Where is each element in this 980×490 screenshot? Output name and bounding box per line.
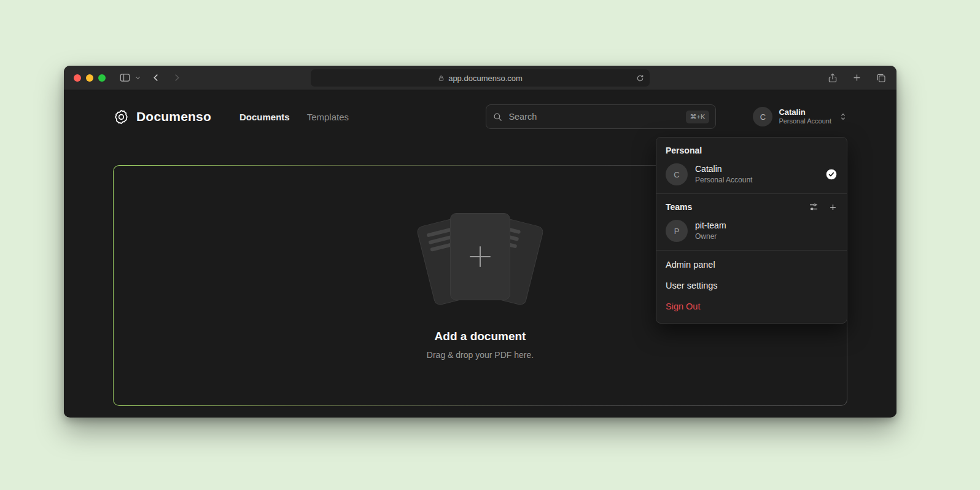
personal-account-item[interactable]: C Catalin Personal Account [656, 158, 847, 193]
toolbar-left-group [119, 72, 182, 84]
team-item[interactable]: P pit-team Owner [656, 215, 847, 250]
search-box[interactable]: ⌘+K [486, 104, 716, 129]
personal-account-subtitle: Personal Account [695, 175, 752, 185]
browser-window: app.documenso.com [64, 66, 896, 418]
tabs-icon [876, 72, 887, 84]
address-bar[interactable]: app.documenso.com [311, 69, 650, 87]
documents-illustration [415, 212, 545, 305]
sidebar-icon [119, 72, 131, 84]
account-subtitle: Personal Account [779, 117, 831, 126]
avatar: P [666, 220, 688, 242]
menu-item-admin-panel[interactable]: Admin panel [656, 254, 847, 275]
teams-actions [809, 202, 838, 212]
selected-check-icon [825, 168, 838, 181]
window-controls [74, 74, 106, 82]
dropzone-title: Add a document [435, 330, 526, 343]
browser-titlebar: app.documenso.com [64, 66, 896, 90]
forward-button[interactable] [171, 72, 182, 83]
plus-icon [828, 203, 838, 212]
search-icon [492, 112, 503, 122]
new-tab-button[interactable] [852, 72, 862, 83]
nav-item-templates[interactable]: Templates [307, 112, 349, 122]
create-team-button[interactable] [828, 203, 838, 212]
team-role: Owner [695, 231, 726, 241]
lock-icon [438, 75, 445, 82]
dropzone-subtitle: Drag & drop your PDF here. [427, 350, 534, 360]
chevron-left-icon [151, 72, 161, 83]
manage-teams-button[interactable] [809, 202, 819, 212]
close-window-button[interactable] [74, 74, 81, 82]
back-button[interactable] [151, 72, 161, 83]
plus-icon [852, 72, 862, 83]
personal-section-label: Personal [656, 138, 847, 158]
account-name: Catalin [779, 107, 831, 117]
documenso-logo-icon [113, 109, 130, 125]
toolbar-right-group [827, 72, 887, 84]
sliders-icon [809, 202, 819, 212]
account-dropdown-menu: Personal C Catalin Personal Account Team… [656, 137, 847, 324]
personal-account-name: Catalin [695, 163, 752, 175]
menu-links: Admin panel User settings Sign Out [656, 251, 847, 322]
reload-icon[interactable] [636, 74, 644, 82]
share-button[interactable] [827, 72, 838, 84]
menu-item-sign-out[interactable]: Sign Out [656, 296, 847, 317]
avatar: C [666, 163, 688, 185]
account-menu-button[interactable]: C Catalin Personal Account [753, 107, 847, 126]
document-card-center [450, 213, 510, 300]
teams-section-label: Teams [666, 202, 692, 212]
app-header: Documenso Documents Templates ⌘+K C Cata… [113, 90, 847, 143]
teams-section-header: Teams [656, 194, 847, 215]
brand[interactable]: Documenso [113, 109, 211, 125]
search-input[interactable] [508, 112, 680, 122]
tab-overview-button[interactable] [876, 72, 887, 84]
address-url: app.documenso.com [448, 74, 523, 83]
chevron-right-icon [171, 72, 182, 83]
team-meta: pit-team Owner [695, 220, 726, 241]
plus-icon [470, 246, 491, 267]
zoom-window-button[interactable] [98, 74, 106, 82]
nav-item-documents[interactable]: Documents [239, 112, 290, 122]
team-name: pit-team [695, 220, 726, 231]
chevron-up-down-icon [839, 112, 847, 121]
brand-name: Documenso [136, 109, 211, 124]
chevron-down-icon [134, 74, 141, 81]
share-icon [827, 72, 838, 84]
minimize-window-button[interactable] [86, 74, 93, 82]
main-nav: Documents Templates [239, 112, 349, 122]
menu-item-user-settings[interactable]: User settings [656, 275, 847, 296]
avatar: C [753, 107, 772, 126]
personal-account-meta: Catalin Personal Account [695, 163, 752, 185]
sidebar-menu-button[interactable] [134, 74, 141, 81]
app-content: Documenso Documents Templates ⌘+K C Cata… [64, 90, 896, 417]
search-shortcut-badge: ⌘+K [686, 111, 710, 123]
sidebar-toggle-button[interactable] [119, 72, 131, 84]
account-meta: Catalin Personal Account [779, 107, 831, 126]
